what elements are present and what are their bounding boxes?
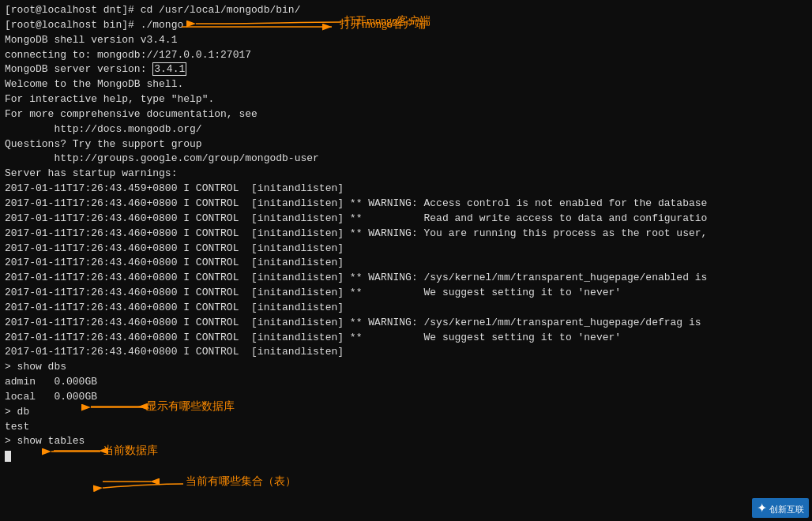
line-14: 2017-01-11T17:26:43.460+0800 I CONTROL [… bbox=[5, 197, 807, 212]
line-29: test bbox=[5, 420, 807, 435]
line-11: http://groups.google.com/group/mongodb-u… bbox=[5, 152, 807, 167]
annotation-show-dbs-label: 显示有哪些数据库 bbox=[146, 399, 235, 414]
line-15: 2017-01-11T17:26:43.460+0800 I CONTROL [… bbox=[5, 212, 807, 227]
line-13: 2017-01-11T17:26:43.459+0800 I CONTROL [… bbox=[5, 182, 807, 197]
line-7: For interactive help, type "help". bbox=[5, 92, 807, 107]
cursor bbox=[5, 451, 11, 462]
watermark: ✦ 创新互联 bbox=[752, 498, 809, 518]
annotation-open-client-label: 打开mongo客户端 bbox=[344, 14, 430, 28]
annotation-current-db-label: 当前数据库 bbox=[103, 444, 158, 458]
watermark-icon: ✦ bbox=[757, 501, 767, 515]
line-12: Server has startup warnings: bbox=[5, 167, 807, 182]
line-6: Welcome to the MongoDB shell. bbox=[5, 77, 807, 92]
version-badge: 3.4.1 bbox=[152, 62, 186, 76]
line-22: 2017-01-11T17:26:43.460+0800 I CONTROL [… bbox=[5, 316, 807, 331]
line-17: 2017-01-11T17:26:43.460+0800 I CONTROL [… bbox=[5, 242, 807, 257]
line-20: 2017-01-11T17:26:43.460+0800 I CONTROL [… bbox=[5, 286, 807, 301]
line-3: MongoDB shell version v3.4.1 bbox=[5, 33, 807, 48]
line-26: admin 0.000GB bbox=[5, 375, 807, 390]
annotation-show-tables-label: 当前有哪些集合（表） bbox=[186, 474, 296, 489]
line-24: 2017-01-11T17:26:43.460+0800 I CONTROL [… bbox=[5, 345, 807, 360]
line-5: MongoDB server version: 3.4.1 bbox=[5, 62, 807, 77]
line-9: http://docs.mongodb.org/ bbox=[5, 122, 807, 137]
terminal: [root@localhost dnt]# cd /usr/local/mong… bbox=[0, 0, 812, 521]
line-18: 2017-01-11T17:26:43.460+0800 I CONTROL [… bbox=[5, 256, 807, 271]
line-25: > show dbs bbox=[5, 360, 807, 375]
line-19: 2017-01-11T17:26:43.460+0800 I CONTROL [… bbox=[5, 271, 807, 286]
line-27: local 0.000GB bbox=[5, 390, 807, 405]
line-23: 2017-01-11T17:26:43.460+0800 I CONTROL [… bbox=[5, 331, 807, 346]
line-16: 2017-01-11T17:26:43.460+0800 I CONTROL [… bbox=[5, 227, 807, 242]
line-10: Questions? Try the support group bbox=[5, 137, 807, 152]
line-28: > db bbox=[5, 405, 807, 420]
line-8: For more comprehensive documentation, se… bbox=[5, 107, 807, 122]
line-4: connecting to: mongodb://127.0.0.1:27017 bbox=[5, 48, 807, 63]
line-21: 2017-01-11T17:26:43.460+0800 I CONTROL [… bbox=[5, 301, 807, 316]
watermark-label: 创新互联 bbox=[769, 504, 804, 514]
